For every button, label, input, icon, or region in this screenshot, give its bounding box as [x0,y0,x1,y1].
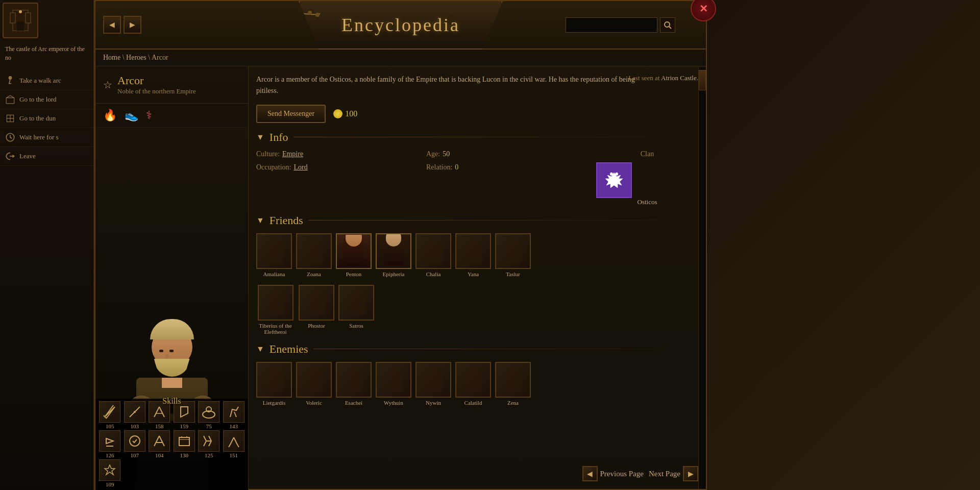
search-button[interactable] [660,17,675,33]
friend-tiberius[interactable]: Tiberius of the Eleftheroi [256,285,295,335]
friend-phostor[interactable]: Phostor [299,285,334,335]
section-line [293,137,699,137]
friend-zoana-avatar [296,233,332,269]
skill-icon-6 [223,401,244,423]
clan-banner[interactable] [596,162,632,198]
svg-rect-6 [6,97,14,103]
friends-section-line [308,220,698,220]
boot-icon: 👟 [125,109,138,122]
friend-zoana[interactable]: Zoana [296,233,332,277]
culture-label: Culture: [256,150,280,158]
sidebar-item-wait[interactable]: Wait here for s [0,128,93,147]
age-label: Age: [426,150,440,158]
friends-toggle[interactable]: ▼ [256,216,264,225]
enemy-wythuin-avatar [376,362,411,398]
next-page-label: Next Page [649,470,680,478]
culture-field: Culture: Empire [256,150,421,158]
enemy-zena-name: Zena [507,400,519,406]
friend-penton[interactable]: Penton [336,233,372,277]
friend-amaliana-avatar [256,233,292,269]
char-header: ☆ Arcor Noble of the northern Empire [95,66,248,104]
friends-grid: Amaliana Zoana [256,233,698,277]
messenger-row: Send Messenger 100 [256,105,698,123]
friend-amaliana[interactable]: Amaliana [256,233,292,277]
info-section-title: Info [270,131,288,144]
svg-rect-23 [179,437,189,446]
search-area [566,17,675,33]
friend-zoana-name: Zoana [307,271,321,277]
skill-value-11: 125 [205,452,213,458]
skill-value-4: 159 [180,423,189,429]
sidebar-item-walk[interactable]: Take a walk arc [0,71,93,90]
enemy-lietgardis-name: Lietgardis [263,400,286,406]
enemy-calatild[interactable]: Calatild [455,362,491,406]
enemy-lietgardis-avatar [256,362,292,398]
friend-taslur[interactable]: Taslur [495,233,531,277]
svg-rect-3 [17,22,24,31]
skill-icon-7 [99,430,120,452]
skill-icon-9 [149,430,170,452]
send-messenger-button[interactable]: Send Messenger [256,105,326,123]
next-page-btn[interactable]: Next Page ▶ [649,466,698,481]
friend-yana[interactable]: Yana [455,233,491,277]
info-toggle[interactable]: ▼ [256,133,264,142]
skill-item: 109 [98,459,122,487]
search-input[interactable] [566,17,657,33]
breadcrumb-home[interactable]: Home [103,54,120,61]
enemy-wythuin[interactable]: Wythuin [376,362,411,406]
enemy-esachei-name: Esachei [345,400,362,406]
svg-rect-1 [10,13,15,23]
friend-tiberius-name: Tiberius of the Eleftheroi [256,323,295,335]
skills-label: Skills [162,397,181,406]
skill-icon-12 [223,430,244,452]
info-right: Age: 50 Relation: 0 [426,150,591,172]
friends-grid-2: Tiberius of the Eleftheroi Phostor Satro… [256,285,698,335]
friend-chalia[interactable]: Chalia [415,233,451,277]
occupation-label: Occupation: [256,163,291,172]
svg-point-12 [292,11,297,15]
svg-point-22 [130,436,140,446]
breadcrumb-heroes[interactable]: Heroes [126,54,146,61]
enemy-nywin-avatar [415,362,451,398]
prev-page-label: Previous Page [600,470,644,478]
enemy-zena[interactable]: Zena [495,362,531,406]
info-section-header: ▼ Info [256,131,698,144]
sidebar-item-lord[interactable]: Go to the lord [0,90,93,109]
forward-arrow[interactable]: ▶ [124,16,141,34]
scroll-thumb[interactable] [699,70,706,90]
enemies-toggle[interactable]: ▼ [256,345,264,354]
enemy-lietgardis[interactable]: Lietgardis [256,362,292,406]
occupation-field: Occupation: Lord [256,163,421,172]
culture-value[interactable]: Empire [282,150,303,158]
back-arrow[interactable]: ◀ [103,16,121,34]
clan-block: Clan Osticos [596,150,698,206]
friend-penton-name: Penton [346,271,362,277]
skill-value-12: 151 [230,452,238,458]
enemy-nywin[interactable]: Nywin [415,362,451,406]
prev-page-btn[interactable]: ◀ Previous Page [582,466,644,481]
enemy-nywin-name: Nywin [426,400,441,406]
skill-value-7: 126 [106,452,114,458]
skill-item: 143 [222,401,246,429]
encyclopedia-panel: ◀ ▶ Encyclopedia ✕ [94,0,707,490]
occupation-value[interactable]: Lord [293,163,307,172]
friend-taslur-name: Taslur [506,271,520,277]
favorite-star[interactable]: ☆ [103,79,112,91]
friend-chalia-avatar [415,233,451,269]
last-seen-location[interactable]: Atrion Castle. [661,74,698,82]
enemy-wythuin-name: Wythuin [384,400,403,406]
svg-point-5 [9,76,12,80]
friend-epipheria[interactable]: Epipheria [376,233,411,277]
nav-arrows: ◀ ▶ [103,16,141,34]
friend-satros[interactable]: Satros [338,285,374,335]
friend-chalia-name: Chalia [426,271,441,277]
info-left: Culture: Empire Occupation: Lord [256,150,421,172]
character-title: Noble of the northern Empire [117,87,196,95]
svg-point-15 [315,13,320,17]
skill-item: 75 [197,401,221,429]
enemy-voleric[interactable]: Voleric [296,362,332,406]
enemy-esachei[interactable]: Esachei [336,362,372,406]
enemy-voleric-avatar [296,362,332,398]
sidebar-item-dungeon[interactable]: Go to the dun [0,109,93,128]
sidebar-item-leave[interactable]: Leave [0,147,93,166]
